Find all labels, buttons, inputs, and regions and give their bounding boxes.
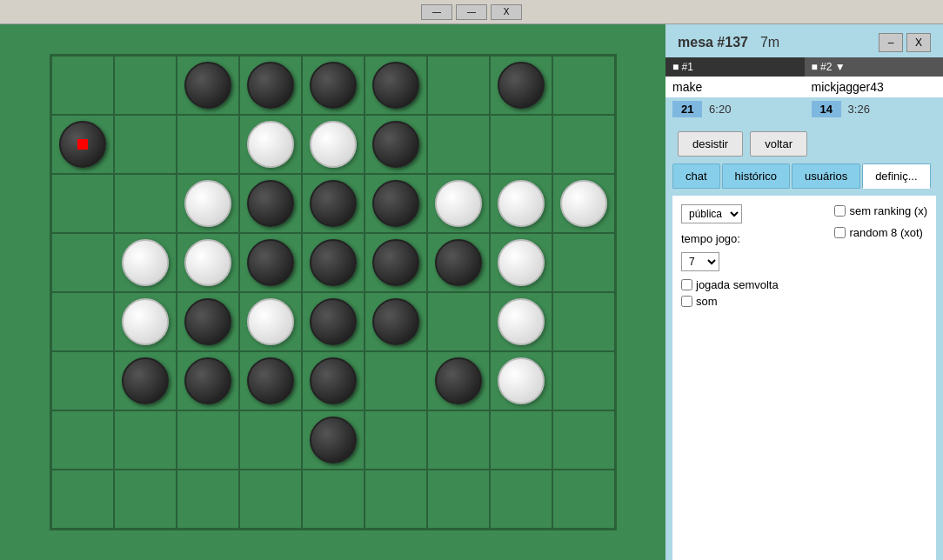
board-cell[interactable] bbox=[427, 351, 490, 410]
board-cell[interactable] bbox=[51, 115, 114, 174]
piece-white bbox=[310, 121, 357, 168]
board-cell[interactable] bbox=[114, 351, 177, 410]
board-cell[interactable] bbox=[114, 233, 177, 292]
board-cell[interactable] bbox=[177, 233, 239, 292]
topbar-btn3[interactable]: X bbox=[491, 4, 522, 20]
board-cell[interactable] bbox=[364, 292, 427, 351]
board-cell[interactable] bbox=[427, 115, 490, 174]
board-cell[interactable] bbox=[490, 56, 552, 115]
board-cell[interactable] bbox=[427, 292, 490, 351]
piece-black bbox=[310, 62, 357, 109]
board-cell[interactable] bbox=[51, 410, 114, 470]
board-cell[interactable] bbox=[239, 470, 302, 529]
board-cell[interactable] bbox=[177, 115, 239, 174]
board-cell[interactable] bbox=[302, 115, 364, 174]
board-cell[interactable] bbox=[490, 174, 552, 233]
window-controls: – X bbox=[879, 33, 931, 52]
board-cell[interactable] bbox=[552, 233, 615, 292]
board-cell[interactable] bbox=[490, 351, 552, 410]
piece-white bbox=[122, 239, 169, 286]
board-cell[interactable] bbox=[114, 115, 177, 174]
board-cell[interactable] bbox=[302, 351, 364, 410]
board-cell[interactable] bbox=[552, 470, 615, 529]
board-cell[interactable] bbox=[364, 351, 427, 410]
board-cell[interactable] bbox=[552, 410, 615, 470]
board-cell[interactable] bbox=[364, 470, 427, 529]
board-cell[interactable] bbox=[364, 115, 427, 174]
board-cell[interactable] bbox=[51, 470, 114, 529]
board-cell[interactable] bbox=[177, 292, 239, 351]
piece-white bbox=[247, 298, 294, 345]
board-cell[interactable] bbox=[490, 470, 552, 529]
board-cell[interactable] bbox=[239, 115, 302, 174]
visibility-select[interactable]: públicaprivada bbox=[681, 204, 742, 223]
board-cell[interactable] bbox=[552, 115, 615, 174]
board-cell[interactable] bbox=[239, 233, 302, 292]
board-cell[interactable] bbox=[177, 351, 239, 410]
board-cell[interactable] bbox=[177, 470, 239, 529]
board-cell[interactable] bbox=[552, 351, 615, 410]
board-cell[interactable] bbox=[302, 174, 364, 233]
desistir-button[interactable]: desistir bbox=[678, 131, 743, 157]
players-table: ■ #1 ■ #2 ▼ make mickjagger43 21 6:20 14 bbox=[665, 57, 943, 121]
board-cell[interactable] bbox=[427, 56, 490, 115]
board-cell[interactable] bbox=[239, 174, 302, 233]
topbar-btn1[interactable]: — bbox=[421, 4, 452, 20]
board-cell[interactable] bbox=[364, 56, 427, 115]
board-cell[interactable] bbox=[302, 56, 364, 115]
jogada-semvolta-checkbox[interactable] bbox=[681, 279, 692, 290]
board-cell[interactable] bbox=[114, 292, 177, 351]
tempo-label: tempo jogo: bbox=[681, 232, 742, 245]
random8-checkbox[interactable] bbox=[834, 227, 846, 238]
board-cell[interactable] bbox=[177, 174, 239, 233]
board-cell[interactable] bbox=[51, 56, 114, 115]
board-cell[interactable] bbox=[114, 410, 177, 470]
right-panel: mesa #137 7m – X ■ #1 ■ #2 ▼ make mickja… bbox=[665, 24, 943, 560]
board-cell[interactable] bbox=[490, 233, 552, 292]
minimize-button[interactable]: – bbox=[879, 33, 903, 52]
tab-usurios[interactable]: usuários bbox=[792, 163, 860, 189]
game-board[interactable] bbox=[50, 54, 617, 530]
board-cell[interactable] bbox=[427, 470, 490, 529]
board-cell[interactable] bbox=[177, 410, 239, 470]
board-cell[interactable] bbox=[239, 292, 302, 351]
tab-defini[interactable]: definiç... bbox=[862, 163, 930, 189]
board-cell[interactable] bbox=[302, 410, 364, 470]
board-cell[interactable] bbox=[239, 56, 302, 115]
board-cell[interactable] bbox=[51, 292, 114, 351]
board-cell[interactable] bbox=[427, 410, 490, 470]
board-cell[interactable] bbox=[490, 115, 552, 174]
board-cell[interactable] bbox=[364, 233, 427, 292]
piece-black bbox=[435, 239, 482, 286]
random8-label: random 8 (xot) bbox=[849, 226, 923, 239]
board-cell[interactable] bbox=[490, 410, 552, 470]
board-cell[interactable] bbox=[364, 174, 427, 233]
close-button[interactable]: X bbox=[906, 33, 931, 52]
board-cell[interactable] bbox=[114, 56, 177, 115]
board-cell[interactable] bbox=[302, 470, 364, 529]
board-cell[interactable] bbox=[114, 174, 177, 233]
board-cell[interactable] bbox=[302, 292, 364, 351]
board-cell[interactable] bbox=[177, 56, 239, 115]
topbar-btn2[interactable]: — bbox=[456, 4, 487, 20]
tab-chat[interactable]: chat bbox=[672, 163, 720, 189]
board-cell[interactable] bbox=[427, 233, 490, 292]
board-cell[interactable] bbox=[114, 470, 177, 529]
board-cell[interactable] bbox=[490, 292, 552, 351]
sem-ranking-checkbox[interactable] bbox=[834, 205, 846, 217]
board-cell[interactable] bbox=[552, 292, 615, 351]
tempo-select[interactable]: 75101520 bbox=[681, 252, 719, 271]
board-cell[interactable] bbox=[51, 174, 114, 233]
board-cell[interactable] bbox=[239, 410, 302, 470]
board-cell[interactable] bbox=[239, 351, 302, 410]
board-cell[interactable] bbox=[51, 351, 114, 410]
board-cell[interactable] bbox=[552, 174, 615, 233]
som-checkbox[interactable] bbox=[681, 296, 692, 307]
board-cell[interactable] bbox=[552, 56, 615, 115]
board-cell[interactable] bbox=[51, 233, 114, 292]
voltar-button[interactable]: voltar bbox=[750, 131, 807, 157]
tab-histrico[interactable]: histórico bbox=[722, 163, 790, 189]
board-cell[interactable] bbox=[427, 174, 490, 233]
board-cell[interactable] bbox=[364, 410, 427, 470]
board-cell[interactable] bbox=[302, 233, 364, 292]
